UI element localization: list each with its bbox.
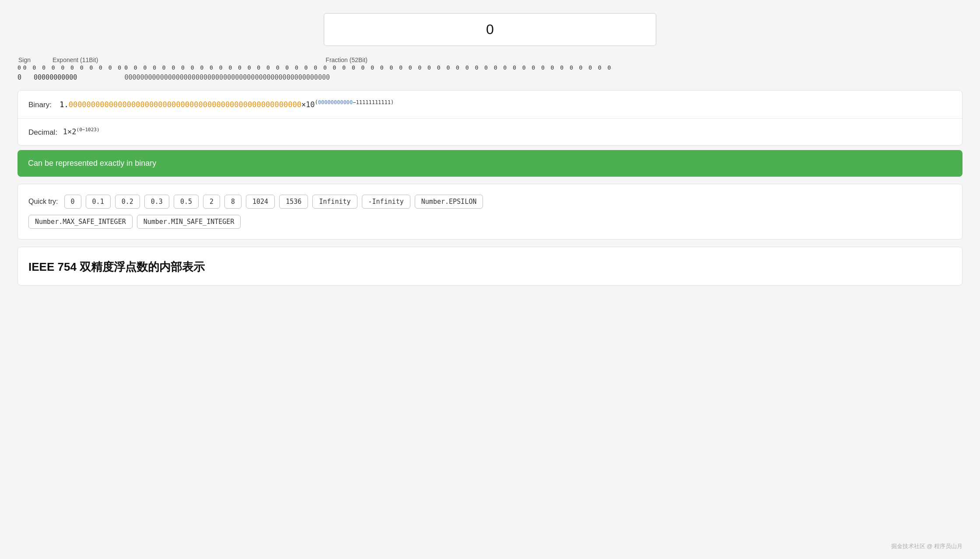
- binary-label: Binary:: [28, 101, 52, 109]
- decimal-sup: (0−1023): [77, 127, 100, 133]
- info-box: Binary: 1.000000000000000000000000000000…: [18, 90, 962, 146]
- binary-row: Binary: 1.000000000000000000000000000000…: [18, 91, 962, 119]
- quick-btn-0.1[interactable]: 0.1: [86, 195, 111, 209]
- grouped-row: 0 00000000000 00000000000000000000000000…: [18, 73, 962, 81]
- binary-one: 1.: [60, 100, 68, 109]
- quick-btn-1024[interactable]: 1024: [246, 195, 275, 209]
- decimal-row: Decimal: 1×2(0−1023): [18, 119, 962, 146]
- quick-btn-0.2[interactable]: 0.2: [115, 195, 140, 209]
- input-section: [18, 13, 962, 46]
- decimal-label: Decimal:: [28, 128, 57, 136]
- quick-btn-infinity[interactable]: Infinity: [312, 195, 357, 209]
- bit-fraction: 0 0 0 0 0 0 0 0 0 0 0 0 0 0 0 0 0 0 0 0 …: [124, 64, 612, 71]
- quick-btn-min-safe[interactable]: Number.MIN_SAFE_INTEGER: [137, 215, 241, 229]
- quick-btn-0.3[interactable]: 0.3: [144, 195, 169, 209]
- quick-btn-1536[interactable]: 1536: [279, 195, 308, 209]
- fraction-label: Fraction (52Bit): [326, 56, 368, 63]
- sign-label: Sign: [18, 56, 31, 63]
- quick-btn-neg-infinity[interactable]: -Infinity: [362, 195, 410, 209]
- bits-row: 0 0 0 0 0 0 0 0 0 0 0 0 0 0 0 0 0 0 0 0 …: [18, 64, 962, 71]
- quick-btn-8[interactable]: 8: [224, 195, 242, 209]
- quick-btn-max-safe[interactable]: Number.MAX_SAFE_INTEGER: [28, 215, 133, 229]
- binary-times: ×10: [301, 100, 315, 109]
- decimal-formula: 1×2(0−1023): [63, 127, 100, 136]
- quick-btn-0[interactable]: 0: [64, 195, 81, 209]
- quick-btn-2[interactable]: 2: [203, 195, 220, 209]
- green-banner: Can be represented exactly in binary: [18, 150, 962, 177]
- bit-sign: 0: [18, 64, 21, 71]
- group-frac: 0000000000000000000000000000000000000000…: [124, 73, 330, 81]
- quick-try-box: Quick try: 0 0.1 0.2 0.3 0.5 2 8 1024 15…: [18, 184, 962, 240]
- number-input[interactable]: [324, 13, 656, 46]
- quick-try-row1: Quick try: 0 0.1 0.2 0.3 0.5 2 8 1024 15…: [28, 195, 952, 209]
- binary-superscript: (00000000000−11111111111): [315, 99, 394, 105]
- exponent-label: Exponent (11Bit): [52, 56, 98, 63]
- binary-orange-bits: 0000000000000000000000000000000000000000…: [69, 100, 301, 109]
- green-banner-text: Can be represented exactly in binary: [28, 159, 156, 168]
- group-exp: 00000000000: [34, 73, 77, 81]
- ieee-title: IEEE 754 双精度浮点数的内部表示: [28, 259, 952, 275]
- quick-try-row2: Number.MAX_SAFE_INTEGER Number.MIN_SAFE_…: [28, 215, 952, 229]
- quick-btn-epsilon[interactable]: Number.EPSILON: [415, 195, 483, 209]
- bit-exponent: 0 0 0 0 0 0 0 0 0 0 0: [23, 64, 122, 71]
- quick-btn-0.5[interactable]: 0.5: [174, 195, 199, 209]
- bit-labels-row: Sign Exponent (11Bit) Fraction (52Bit): [18, 56, 962, 63]
- quick-try-label: Quick try:: [28, 198, 58, 206]
- group-sign: 0: [18, 73, 21, 81]
- ieee-section: IEEE 754 双精度浮点数的内部表示: [18, 247, 962, 286]
